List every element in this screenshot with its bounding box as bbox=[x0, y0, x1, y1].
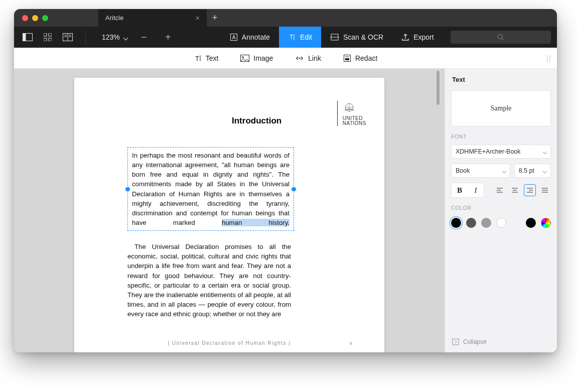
svg-rect-2 bbox=[44, 33, 47, 36]
zoom-value: 123% bbox=[102, 33, 120, 41]
reading-mode-icon[interactable] bbox=[62, 33, 73, 41]
align-justify-button[interactable] bbox=[539, 184, 551, 196]
mode-annotate-label: Annotate bbox=[242, 33, 270, 41]
color-picker-button[interactable] bbox=[541, 218, 551, 228]
font-section-label: FONT bbox=[451, 134, 551, 140]
font-style-dropdown[interactable]: Book bbox=[451, 164, 510, 178]
italic-button[interactable]: I bbox=[468, 183, 484, 197]
tool-link-label: Link bbox=[308, 54, 321, 62]
mode-export-label: Export bbox=[413, 33, 434, 41]
zoom-out-button[interactable]: − bbox=[136, 32, 152, 43]
font-style-value: Book bbox=[456, 167, 470, 174]
bold-button[interactable]: B bbox=[452, 183, 468, 197]
tool-redact[interactable]: Redact bbox=[341, 51, 379, 65]
document-tab[interactable]: Aritcle × bbox=[98, 9, 207, 27]
content-area: Introduction UNITED NATIONS In perhaps t… bbox=[14, 69, 557, 352]
titlebar: Aritcle × + bbox=[14, 9, 557, 27]
app-window: Aritcle × + 123% − + A bbox=[14, 9, 557, 352]
color-section-label: COLOR bbox=[451, 205, 551, 211]
svg-rect-1 bbox=[23, 34, 26, 41]
un-logo-block: UNITED NATIONS bbox=[337, 101, 366, 126]
chevron-down-icon bbox=[543, 167, 546, 174]
selected-text-box[interactable]: In perhaps the most resonant and beautif… bbox=[127, 147, 294, 231]
paragraph-1-a: In perhaps the most resonant and beautif… bbox=[132, 152, 290, 226]
tool-link[interactable]: Link bbox=[293, 51, 323, 65]
align-right-button[interactable] bbox=[524, 184, 536, 196]
align-center-button[interactable] bbox=[509, 184, 521, 196]
collapse-label: Collapse bbox=[463, 338, 487, 345]
svg-rect-5 bbox=[49, 38, 52, 41]
svg-text:A: A bbox=[232, 35, 235, 40]
chevron-down-icon bbox=[122, 33, 127, 41]
section-heading: Introduction bbox=[232, 116, 281, 126]
tool-redact-label: Redact bbox=[355, 54, 377, 62]
chevron-down-icon bbox=[543, 148, 546, 155]
un-emblem-icon bbox=[343, 101, 356, 114]
edit-subtoolbar: T Text Image Link Redact || bbox=[14, 48, 557, 69]
font-size-value: 8.5 pt bbox=[519, 167, 534, 174]
svg-text:T: T bbox=[195, 55, 199, 62]
svg-rect-4 bbox=[44, 38, 47, 41]
svg-rect-3 bbox=[49, 33, 52, 36]
page-number: v bbox=[350, 340, 352, 346]
svg-text:T: T bbox=[290, 34, 294, 41]
search-field[interactable] bbox=[451, 31, 551, 44]
close-tab-icon[interactable]: × bbox=[196, 14, 200, 22]
svg-point-23 bbox=[242, 56, 244, 58]
mode-scan-ocr-label: Scan & OCR bbox=[343, 33, 383, 41]
sidebar-toggle-icon[interactable] bbox=[22, 33, 33, 41]
svg-rect-26 bbox=[345, 58, 349, 60]
panel-drag-handle-icon[interactable]: || bbox=[546, 54, 552, 62]
paragraph-1-highlight: human history. bbox=[222, 219, 290, 226]
window-controls bbox=[14, 15, 48, 21]
svg-line-19 bbox=[502, 39, 504, 41]
font-sample-preview: Sample bbox=[451, 90, 551, 126]
tool-text-label: Text bbox=[206, 54, 219, 62]
pdf-page: Introduction UNITED NATIONS In perhaps t… bbox=[74, 78, 384, 352]
text-color-white[interactable] bbox=[496, 218, 506, 228]
collapse-panel-button[interactable]: Collapse bbox=[451, 335, 551, 348]
tool-image[interactable]: Image bbox=[238, 51, 275, 65]
minimize-window-button[interactable] bbox=[32, 15, 38, 21]
align-left-button[interactable] bbox=[494, 184, 506, 196]
mode-edit[interactable]: T Edit bbox=[279, 27, 321, 48]
font-size-dropdown[interactable]: 8.5 pt bbox=[514, 164, 551, 178]
paragraph-2: The Universal Declaration promises to al… bbox=[127, 242, 291, 319]
fullscreen-window-button[interactable] bbox=[42, 15, 48, 21]
vertical-scrollbar[interactable] bbox=[437, 69, 441, 352]
page-footer: | Universal Declaration of Human Rights … bbox=[74, 340, 384, 346]
mode-annotate[interactable]: A Annotate bbox=[221, 27, 279, 48]
tool-image-label: Image bbox=[253, 54, 273, 62]
main-toolbar: 123% − + A Annotate T Edit Scan & OCR Ex… bbox=[14, 27, 557, 48]
style-button-group: B I bbox=[451, 183, 484, 198]
chevron-down-icon bbox=[503, 167, 506, 174]
color-swatch-row bbox=[451, 218, 551, 228]
text-properties-panel: Text Sample FONT XDHMFE+Archer-Book Book… bbox=[445, 69, 557, 352]
thumbnails-icon[interactable] bbox=[42, 33, 53, 41]
fill-color-black[interactable] bbox=[526, 218, 536, 228]
tool-text[interactable]: T Text bbox=[192, 51, 221, 65]
close-window-button[interactable] bbox=[22, 15, 28, 21]
svg-point-18 bbox=[498, 35, 503, 39]
panel-title: Text bbox=[451, 75, 551, 85]
zoom-in-button[interactable]: + bbox=[161, 32, 176, 43]
mode-scan-ocr[interactable]: Scan & OCR bbox=[321, 27, 392, 48]
svg-rect-42 bbox=[453, 339, 459, 345]
font-family-value: XDHMFE+Archer-Book bbox=[456, 148, 521, 155]
tab-title: Aritcle bbox=[105, 14, 123, 22]
document-canvas[interactable]: Introduction UNITED NATIONS In perhaps t… bbox=[14, 69, 445, 352]
org-line-2: NATIONS bbox=[343, 121, 366, 126]
zoom-dropdown[interactable]: 123% bbox=[102, 33, 127, 41]
text-color-darkgray[interactable] bbox=[466, 218, 476, 228]
text-color-gray[interactable] bbox=[481, 218, 491, 228]
mode-export[interactable]: Export bbox=[392, 27, 443, 48]
font-family-dropdown[interactable]: XDHMFE+Archer-Book bbox=[451, 145, 551, 159]
text-color-black[interactable] bbox=[451, 218, 461, 228]
mode-edit-label: Edit bbox=[300, 33, 312, 41]
new-tab-button[interactable]: + bbox=[207, 13, 223, 23]
